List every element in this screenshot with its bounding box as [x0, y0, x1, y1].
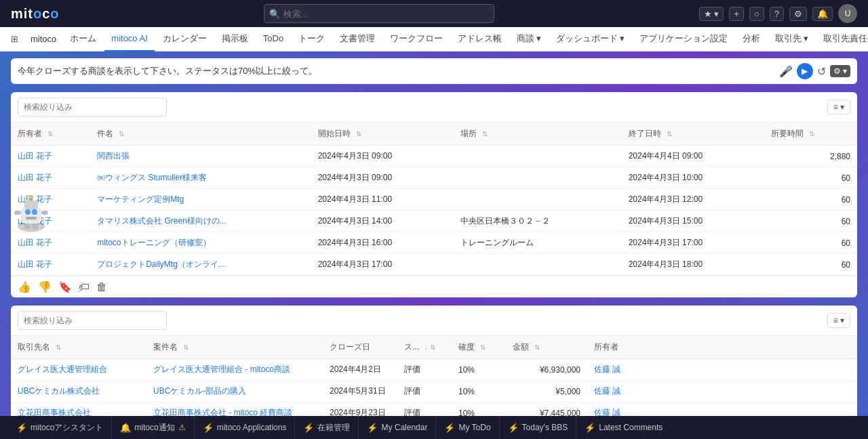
col-close-date[interactable]: クローズ日: [323, 336, 397, 359]
col-amount[interactable]: 金額⇅: [506, 336, 587, 359]
refresh-icon-btn[interactable]: ↺: [817, 65, 826, 78]
deals-search-input[interactable]: [18, 311, 167, 330]
col-probability[interactable]: 確度⇅: [452, 336, 506, 359]
nav-item-dashboard[interactable]: ダッシュボード ▾: [549, 27, 631, 51]
cell-end: 2024年4月3日 18:00: [622, 254, 765, 276]
nav-item-home[interactable]: ホーム: [63, 27, 103, 51]
lightning-icon: ⚡: [203, 423, 214, 433]
cell-location: トレーニングルーム: [454, 232, 621, 254]
col-owner[interactable]: 所有者⇅: [11, 123, 90, 146]
col-start[interactable]: 開始日時⇅: [311, 123, 454, 146]
avatar[interactable]: U: [838, 4, 857, 23]
col-end[interactable]: 終了日時⇅: [622, 123, 765, 146]
add-icon-btn[interactable]: +: [729, 7, 744, 21]
cell-end: 2024年4月4日 09:00: [622, 146, 765, 167]
col-duration[interactable]: 所要時間⇅: [764, 123, 857, 146]
nav-item-contacts[interactable]: 取引先責任者 ▾: [816, 27, 868, 51]
nav-brand[interactable]: mitoco: [25, 34, 62, 44]
settings-icon-btn[interactable]: ⚙: [789, 7, 807, 21]
col-location[interactable]: 場所⇅: [454, 123, 621, 146]
bell-icon: 🔔: [120, 423, 131, 433]
nav-item-talk[interactable]: トーク: [292, 27, 332, 51]
cell-owner: 山田 花子: [11, 254, 90, 276]
cell-owner: 佐藤 誠: [587, 381, 857, 402]
bottom-item-assistant[interactable]: ⚡ mitocoアシスタント: [8, 416, 112, 439]
table-row: 山田 花子 ㈱ウィングス Stumuller様来客 2024年4月3日 09:0…: [11, 167, 857, 189]
cell-prob: 10%: [452, 381, 506, 402]
bookmark-icon[interactable]: 🔖: [58, 280, 72, 293]
cell-duration: 60: [764, 254, 857, 276]
top-right-icons: ★ ▾ + ○ ? ⚙ 🔔 U: [699, 4, 857, 23]
cell-subject: マーケティング定例Mtg: [90, 189, 311, 211]
nav-item-address[interactable]: アドレス帳: [451, 27, 509, 51]
nav-item-todo[interactable]: ToDo: [256, 27, 290, 51]
schedule-panel: ≡ ▾ 所有者⇅ 件名⇅ 開始日時⇅ 場所⇅: [11, 92, 857, 297]
cell-end: 2024年4月3日 10:00: [622, 167, 765, 189]
send-icon-btn[interactable]: ▶: [797, 63, 813, 79]
global-search-input[interactable]: [264, 4, 494, 23]
schedule-action-icons: 👍 👎 🔖 🏷 🗑: [11, 276, 857, 297]
nav-item-bulletin[interactable]: 掲示板: [215, 27, 255, 51]
schedule-table: 所有者⇅ 件名⇅ 開始日時⇅ 場所⇅ 終了日時⇅ 所要時間⇅: [11, 123, 857, 276]
sort-icon: ⇅: [534, 343, 540, 351]
cell-amount: ¥5,000: [506, 381, 587, 402]
bottom-item-latest-comments[interactable]: ⚡ Latest Comments: [576, 416, 671, 439]
thumbs-down-icon[interactable]: 👎: [38, 280, 52, 293]
bottom-item-applications[interactable]: ⚡ mitoco Applications: [195, 416, 296, 439]
thumbs-up-icon[interactable]: 👍: [18, 280, 31, 293]
notification-icon-btn[interactable]: 🔔: [812, 7, 833, 21]
nav-item-workflow[interactable]: ワークフロー: [383, 27, 450, 51]
bottom-item-attendance[interactable]: ⚡ 在籍管理: [295, 416, 359, 439]
main-content: 今年クローズする商談を表示して下さい。ステータスは70%以上に絞って。 🎤 ▶ …: [0, 51, 868, 439]
sort-icon: ⇅: [119, 130, 124, 138]
cell-duration: 60: [764, 189, 857, 211]
col-owner-deals[interactable]: 所有者: [587, 336, 857, 359]
cell-end: 2024年4月3日 15:00: [622, 211, 765, 232]
bottom-item-my-todo[interactable]: ⚡ My ToDo: [436, 416, 499, 439]
bottom-item-my-calendar[interactable]: ⚡ My Calendar: [359, 416, 436, 439]
bottom-item-bbs[interactable]: ⚡ Today's BBS: [500, 416, 577, 439]
cell-company: グレイス医大通管理組合: [11, 359, 146, 381]
nav-item-calendar[interactable]: カレンダー: [156, 27, 214, 51]
delete-icon[interactable]: 🗑: [96, 281, 107, 293]
mic-icon-btn[interactable]: 🎤: [779, 65, 793, 78]
cell-status: 評価: [397, 381, 452, 402]
deals-filter-button[interactable]: ≡ ▾: [827, 313, 850, 328]
nav-item-mitoco-ai[interactable]: mitoco AI: [104, 27, 154, 51]
tag-icon[interactable]: 🏷: [79, 281, 90, 293]
bookmark-icon-btn[interactable]: ★ ▾: [699, 7, 724, 21]
sort-icon: ⇅: [356, 130, 361, 138]
grid-icon[interactable]: ⊞: [5, 31, 24, 47]
cell-duration: 60: [764, 167, 857, 189]
nav-item-clients[interactable]: 取引先 ▾: [768, 27, 815, 51]
col-company[interactable]: 取引先名⇅: [11, 336, 146, 359]
svg-rect-2: [24, 201, 38, 210]
col-status[interactable]: ス...↓ ⇅: [397, 336, 452, 359]
sort-icon: ⇅: [667, 130, 672, 138]
col-subject[interactable]: 件名⇅: [90, 123, 311, 146]
cell-subject: ㈱ウィングス Stumuller様来客: [90, 167, 311, 189]
lightning-icon: ⚡: [508, 423, 519, 433]
cell-prob: 10%: [452, 359, 506, 381]
nav-item-deals[interactable]: 商談 ▾: [510, 27, 548, 51]
table-row: 山田 花子 関西出張 2024年4月3日 09:00 2024年4月4日 09:…: [11, 146, 857, 167]
bottom-item-notification[interactable]: 🔔 mitoco通知 ⚠: [112, 416, 194, 439]
lightning-icon: ⚡: [367, 423, 378, 433]
nav-bar: ⊞ mitoco ホーム mitoco AI カレンダー 掲示板 ToDo トー…: [0, 27, 868, 51]
deals-panel-search: ≡ ▾: [11, 306, 857, 336]
nav-item-analysis[interactable]: 分析: [736, 27, 767, 51]
cell-deal: UBCケミカル-部品の購入: [146, 381, 323, 402]
table-row: グレイス医大通管理組合 グレイス医大通管理組合 - mitoco商談 2024年…: [11, 359, 857, 381]
cell-close: 2024年5月31日: [323, 381, 397, 402]
nav-item-documents[interactable]: 文書管理: [333, 27, 382, 51]
cloud-icon-btn[interactable]: ○: [749, 7, 764, 21]
nav-item-app-settings[interactable]: アプリケーション設定: [633, 27, 734, 51]
schedule-search-input[interactable]: [18, 98, 167, 117]
schedule-filter-button[interactable]: ≡ ▾: [827, 100, 850, 114]
ai-settings-btn[interactable]: ⚙ ▾: [830, 65, 850, 77]
chevron-down-icon: ▾: [804, 33, 808, 43]
sort-icon: ⇅: [183, 343, 189, 351]
col-deal-name[interactable]: 案件名⇅: [146, 336, 323, 359]
search-bar-wrap: 🔍: [68, 4, 691, 23]
help-icon-btn[interactable]: ?: [770, 7, 784, 21]
